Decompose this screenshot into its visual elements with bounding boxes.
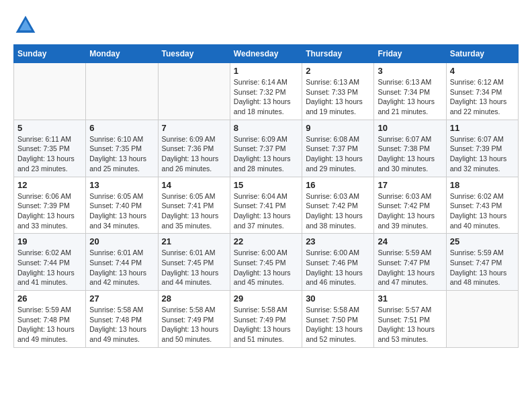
day-number: 2 <box>306 66 370 76</box>
day-number: 9 <box>306 123 370 133</box>
calendar-cell: 18Sunrise: 6:02 AM Sunset: 7:43 PM Dayli… <box>446 177 518 234</box>
logo <box>13 13 40 38</box>
day-info: Sunrise: 6:13 AM Sunset: 7:33 PM Dayligh… <box>306 77 370 117</box>
weekday-thursday: Thursday <box>302 45 374 63</box>
day-info: Sunrise: 5:58 AM Sunset: 7:50 PM Dayligh… <box>306 305 370 345</box>
day-info: Sunrise: 6:00 AM Sunset: 7:45 PM Dayligh… <box>234 248 298 287</box>
day-number: 18 <box>450 180 515 190</box>
calendar-body: 1Sunrise: 6:14 AM Sunset: 7:32 PM Daylig… <box>14 63 519 348</box>
day-number: 28 <box>162 293 226 304</box>
calendar-cell: 19Sunrise: 6:02 AM Sunset: 7:44 PM Dayli… <box>14 234 86 291</box>
day-number: 22 <box>234 236 298 246</box>
day-info: Sunrise: 6:14 AM Sunset: 7:32 PM Dayligh… <box>234 77 298 117</box>
calendar-header: SundayMondayTuesdayWednesdayThursdayFrid… <box>14 45 519 63</box>
day-number: 1 <box>234 66 298 76</box>
day-number: 14 <box>162 180 226 190</box>
calendar-cell: 13Sunrise: 6:05 AM Sunset: 7:40 PM Dayli… <box>86 177 158 234</box>
calendar-cell: 23Sunrise: 6:00 AM Sunset: 7:46 PM Dayli… <box>302 234 374 291</box>
day-number: 7 <box>162 123 226 133</box>
day-info: Sunrise: 5:58 AM Sunset: 7:48 PM Dayligh… <box>89 305 154 345</box>
day-number: 27 <box>89 293 154 304</box>
day-number: 16 <box>306 180 370 190</box>
weekday-header-row: SundayMondayTuesdayWednesdayThursdayFrid… <box>14 45 519 63</box>
calendar-cell: 8Sunrise: 6:09 AM Sunset: 7:37 PM Daylig… <box>230 120 302 177</box>
day-number: 3 <box>378 66 442 76</box>
calendar-cell: 4Sunrise: 6:12 AM Sunset: 7:34 PM Daylig… <box>446 63 518 120</box>
day-info: Sunrise: 6:13 AM Sunset: 7:34 PM Dayligh… <box>378 77 442 117</box>
day-info: Sunrise: 5:58 AM Sunset: 7:49 PM Dayligh… <box>162 305 226 345</box>
calendar-cell: 17Sunrise: 6:03 AM Sunset: 7:42 PM Dayli… <box>374 177 446 234</box>
calendar-cell: 12Sunrise: 6:06 AM Sunset: 7:39 PM Dayli… <box>14 177 86 234</box>
day-info: Sunrise: 6:07 AM Sunset: 7:39 PM Dayligh… <box>450 134 515 174</box>
calendar-cell: 3Sunrise: 6:13 AM Sunset: 7:34 PM Daylig… <box>374 63 446 120</box>
week-row-3: 19Sunrise: 6:02 AM Sunset: 7:44 PM Dayli… <box>14 234 519 291</box>
day-info: Sunrise: 6:10 AM Sunset: 7:35 PM Dayligh… <box>89 134 154 174</box>
day-info: Sunrise: 5:59 AM Sunset: 7:47 PM Dayligh… <box>378 248 442 287</box>
calendar-cell: 22Sunrise: 6:00 AM Sunset: 7:45 PM Dayli… <box>230 234 302 291</box>
day-number: 8 <box>234 123 298 133</box>
calendar-cell: 5Sunrise: 6:11 AM Sunset: 7:35 PM Daylig… <box>14 120 86 177</box>
calendar-cell <box>86 63 158 120</box>
weekday-wednesday: Wednesday <box>230 45 302 63</box>
day-number: 11 <box>450 123 515 133</box>
day-number: 21 <box>162 236 226 246</box>
day-info: Sunrise: 6:05 AM Sunset: 7:40 PM Dayligh… <box>89 191 154 231</box>
day-info: Sunrise: 6:08 AM Sunset: 7:37 PM Dayligh… <box>306 134 370 174</box>
weekday-saturday: Saturday <box>446 45 518 63</box>
day-info: Sunrise: 6:00 AM Sunset: 7:46 PM Dayligh… <box>306 248 370 287</box>
calendar-cell: 20Sunrise: 6:01 AM Sunset: 7:44 PM Dayli… <box>86 234 158 291</box>
day-number: 10 <box>378 123 442 133</box>
week-row-0: 1Sunrise: 6:14 AM Sunset: 7:32 PM Daylig… <box>14 63 519 120</box>
day-number: 30 <box>306 293 370 304</box>
calendar-cell: 10Sunrise: 6:07 AM Sunset: 7:38 PM Dayli… <box>374 120 446 177</box>
day-number: 15 <box>234 180 298 190</box>
calendar-cell: 31Sunrise: 5:57 AM Sunset: 7:51 PM Dayli… <box>374 291 446 348</box>
day-number: 31 <box>378 293 442 304</box>
day-number: 17 <box>378 180 442 190</box>
day-number: 6 <box>89 123 154 133</box>
calendar-cell: 7Sunrise: 6:09 AM Sunset: 7:36 PM Daylig… <box>158 120 230 177</box>
calendar-cell: 15Sunrise: 6:04 AM Sunset: 7:41 PM Dayli… <box>230 177 302 234</box>
day-info: Sunrise: 6:01 AM Sunset: 7:45 PM Dayligh… <box>162 248 226 287</box>
day-number: 29 <box>234 293 298 304</box>
day-info: Sunrise: 5:58 AM Sunset: 7:49 PM Dayligh… <box>234 305 298 345</box>
calendar-cell: 28Sunrise: 5:58 AM Sunset: 7:49 PM Dayli… <box>158 291 230 348</box>
day-info: Sunrise: 5:59 AM Sunset: 7:48 PM Dayligh… <box>17 305 82 345</box>
week-row-1: 5Sunrise: 6:11 AM Sunset: 7:35 PM Daylig… <box>14 120 519 177</box>
day-info: Sunrise: 6:09 AM Sunset: 7:37 PM Dayligh… <box>234 134 298 174</box>
week-row-2: 12Sunrise: 6:06 AM Sunset: 7:39 PM Dayli… <box>14 177 519 234</box>
calendar-cell: 16Sunrise: 6:03 AM Sunset: 7:42 PM Dayli… <box>302 177 374 234</box>
weekday-tuesday: Tuesday <box>158 45 230 63</box>
weekday-friday: Friday <box>374 45 446 63</box>
day-info: Sunrise: 6:04 AM Sunset: 7:41 PM Dayligh… <box>234 191 298 231</box>
day-info: Sunrise: 6:03 AM Sunset: 7:42 PM Dayligh… <box>306 191 370 231</box>
day-number: 19 <box>17 236 82 246</box>
day-info: Sunrise: 6:12 AM Sunset: 7:34 PM Dayligh… <box>450 77 515 117</box>
calendar: SundayMondayTuesdayWednesdayThursdayFrid… <box>13 44 519 348</box>
day-info: Sunrise: 6:02 AM Sunset: 7:43 PM Dayligh… <box>450 191 515 231</box>
day-number: 4 <box>450 66 515 76</box>
day-info: Sunrise: 6:07 AM Sunset: 7:38 PM Dayligh… <box>378 134 442 174</box>
calendar-cell: 6Sunrise: 6:10 AM Sunset: 7:35 PM Daylig… <box>86 120 158 177</box>
weekday-sunday: Sunday <box>14 45 86 63</box>
calendar-cell: 29Sunrise: 5:58 AM Sunset: 7:49 PM Dayli… <box>230 291 302 348</box>
day-info: Sunrise: 6:03 AM Sunset: 7:42 PM Dayligh… <box>378 191 442 231</box>
calendar-cell <box>158 63 230 120</box>
day-number: 20 <box>89 236 154 246</box>
day-number: 12 <box>17 180 82 190</box>
day-info: Sunrise: 6:02 AM Sunset: 7:44 PM Dayligh… <box>17 248 82 287</box>
calendar-cell: 2Sunrise: 6:13 AM Sunset: 7:33 PM Daylig… <box>302 63 374 120</box>
day-info: Sunrise: 6:05 AM Sunset: 7:41 PM Dayligh… <box>162 191 226 231</box>
calendar-cell <box>14 63 86 120</box>
day-number: 5 <box>17 123 82 133</box>
day-info: Sunrise: 6:11 AM Sunset: 7:35 PM Dayligh… <box>17 134 82 174</box>
day-info: Sunrise: 5:59 AM Sunset: 7:47 PM Dayligh… <box>450 248 515 287</box>
day-number: 23 <box>306 236 370 246</box>
day-number: 26 <box>17 293 82 304</box>
day-info: Sunrise: 6:09 AM Sunset: 7:36 PM Dayligh… <box>162 134 226 174</box>
logo-icon <box>13 13 38 38</box>
calendar-cell: 27Sunrise: 5:58 AM Sunset: 7:48 PM Dayli… <box>86 291 158 348</box>
calendar-cell: 25Sunrise: 5:59 AM Sunset: 7:47 PM Dayli… <box>446 234 518 291</box>
page-header <box>13 13 519 38</box>
calendar-cell: 30Sunrise: 5:58 AM Sunset: 7:50 PM Dayli… <box>302 291 374 348</box>
